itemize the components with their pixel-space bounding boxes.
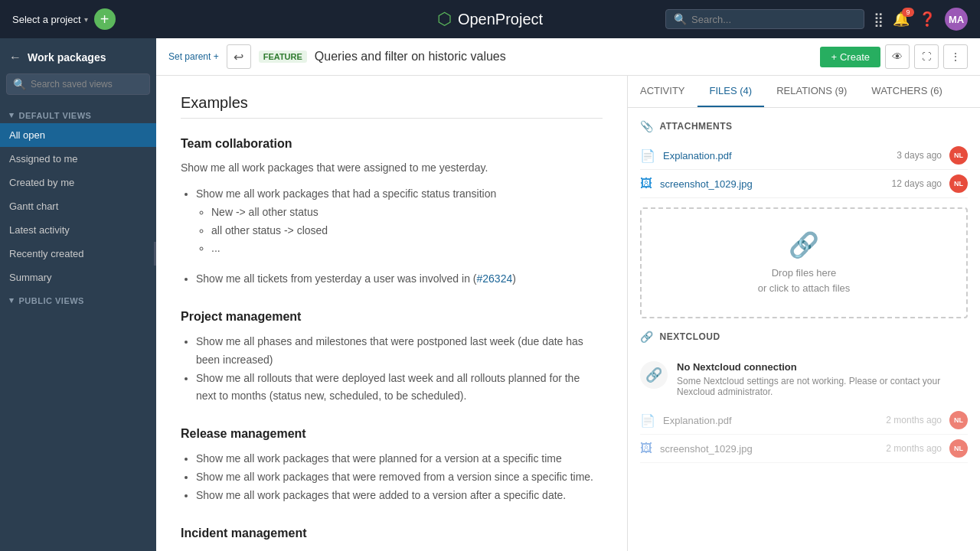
nc-attachment-name: screenshot_1029.jpg [660, 443, 878, 455]
back-button[interactable]: ↩ [227, 44, 251, 69]
team-collaboration-title: Team collaboration [181, 137, 603, 151]
nc-attachment-date: 2 months ago [886, 415, 942, 425]
attachment-date: 12 days ago [892, 178, 942, 189]
left-panel: Examples Team collaboration Show me all … [156, 76, 628, 551]
sidebar-item-label: Summary [9, 272, 52, 283]
sidebar-item-label: Assigned to me [9, 153, 78, 165]
list-item: all other status -> closed [211, 222, 603, 240]
project-selector-label: Select a project [12, 14, 81, 25]
sidebar-item-assigned-to-me[interactable]: Assigned to me [0, 147, 156, 171]
sidebar-item-summary[interactable]: Summary [0, 266, 156, 289]
nextcloud-error-desc: Some Nextcloud settings are not working.… [677, 376, 968, 397]
project-management-list: Show me all phases and milestones that w… [196, 333, 603, 406]
avatar: NL [949, 174, 968, 193]
nc-attachment-item: 🖼 screenshot_1029.jpg 2 months ago NL [640, 435, 968, 463]
sidebar-search-input[interactable] [31, 79, 143, 90]
watch-button[interactable]: 👁 [885, 44, 910, 69]
sidebar-header: ← Work packages [0, 38, 156, 73]
search-input[interactable] [691, 14, 856, 25]
more-options-button[interactable]: ⋮ [943, 44, 968, 69]
create-button[interactable]: + Create [820, 47, 880, 67]
header-actions: + Create 👁 ⛶ ⋮ [820, 44, 968, 69]
notification-badge: 9 [902, 8, 914, 17]
search-icon: 🔍 [674, 13, 687, 25]
examples-heading: Examples [181, 94, 603, 119]
sidebar-title: Work packages [28, 51, 106, 64]
sidebar-item-label: All open [9, 129, 45, 141]
main-body: ← Work packages 🔍 ▾ DEFAULT VIEWS All op… [0, 38, 980, 551]
attachment-item: 📄 Explanation.pdf 3 days ago NL [640, 142, 968, 170]
nextcloud-error-text: No Nextcloud connection Some Nextcloud s… [677, 361, 968, 397]
pdf-icon: 📄 [640, 413, 655, 428]
sidebar-item-created-by-me[interactable]: Created by me [0, 171, 156, 194]
sidebar-item-label: Latest activity [9, 224, 70, 236]
nextcloud-error-icon: 🔗 [640, 361, 668, 389]
sidebar-item-label: Gantt chart [9, 201, 58, 212]
pdf-icon: 📄 [640, 148, 655, 163]
nextcloud-icon: 🔗 [640, 331, 654, 343]
list-item: Show me all work packages that were remo… [196, 468, 603, 487]
nextcloud-error-title: No Nextcloud connection [677, 361, 968, 373]
incident-management-section: Incident management Number of incidents … [181, 527, 603, 551]
set-parent-link[interactable]: Set parent + [168, 51, 219, 62]
list-item: Show me all rollouts that were deployed … [196, 370, 603, 406]
ticket-link[interactable]: #26324 [476, 272, 512, 285]
attachment-name[interactable]: screenshot_1029.jpg [660, 178, 884, 190]
list-item: Show me all tickets from yesterday a use… [196, 270, 603, 289]
nextcloud-error: 🔗 No Nextcloud connection Some Nextcloud… [640, 352, 968, 406]
default-views-label: DEFAULT VIEWS [19, 111, 92, 120]
plus-icon: + [831, 51, 837, 63]
sidebar-item-latest-activity[interactable]: Latest activity [0, 218, 156, 242]
sidebar-back-button[interactable]: ← [9, 51, 21, 64]
paperclip-icon: 📎 [640, 120, 654, 132]
avatar[interactable]: MA [945, 8, 968, 31]
release-management-section: Release management Show me all work pack… [181, 427, 603, 504]
release-management-title: Release management [181, 427, 603, 441]
team-collaboration-list: Show me all work packages that had a spe… [196, 185, 603, 289]
sidebar-search-container[interactable]: 🔍 [6, 73, 150, 95]
sidebar-search-icon: 🔍 [13, 78, 26, 90]
project-management-title: Project management [181, 310, 603, 324]
global-search[interactable]: 🔍 [665, 9, 864, 29]
wp-title: Queries and filter on historic values [315, 50, 506, 64]
image-icon: 🖼 [640, 442, 652, 455]
right-panel-tabs: ACTIVITY FILES (4) RELATIONS (9) WATCHER… [628, 76, 980, 108]
tab-watchers[interactable]: WATCHERS (6) [859, 76, 954, 107]
list-item: Show me all phases and milestones that w… [196, 333, 603, 370]
drop-icon: 🔗 [657, 230, 951, 259]
drop-zone-secondary: or click to attach files [657, 281, 951, 296]
notification-button[interactable]: 🔔 9 [893, 11, 910, 28]
top-navigation: Select a project ▾ + ⬡ OpenProject 🔍 ⣿ 🔔… [0, 0, 980, 38]
sidebar-item-all-open[interactable]: All open [0, 123, 156, 147]
list-item: New -> all other status [211, 204, 603, 222]
help-button[interactable]: ❓ [919, 11, 936, 28]
sidebar-item-recently-created[interactable]: Recently created [0, 242, 156, 266]
add-project-button[interactable]: + [94, 8, 116, 30]
attachment-name[interactable]: Explanation.pdf [663, 150, 889, 161]
grid-icon-button[interactable]: ⣿ [874, 11, 884, 28]
nextcloud-section: 🔗 NEXTCLOUD 🔗 No Nextcloud connection So… [640, 331, 968, 463]
image-icon: 🖼 [640, 177, 652, 191]
right-panel: ACTIVITY FILES (4) RELATIONS (9) WATCHER… [628, 76, 980, 551]
fullscreen-button[interactable]: ⛶ [914, 44, 939, 69]
tab-files[interactable]: FILES (4) [697, 76, 765, 107]
drop-zone[interactable]: 🔗 Drop files here or click to attach fil… [640, 207, 968, 318]
right-panel-content: 📎 ATTACHMENTS 📄 Explanation.pdf 3 days a… [628, 108, 980, 551]
content-area: Set parent + ↩ FEATURE Queries and filte… [156, 38, 980, 551]
public-views-header[interactable]: ▾ PUBLIC VIEWS [0, 289, 156, 308]
nc-attachment-date: 2 months ago [886, 443, 942, 454]
sidebar-item-gantt-chart[interactable]: Gantt chart [0, 194, 156, 218]
list-item: Show me all work packages that were plan… [196, 450, 603, 468]
chevron-down-icon: ▾ [9, 110, 15, 120]
nc-attachment-item: 📄 Explanation.pdf 2 months ago NL [640, 406, 968, 435]
team-collaboration-section: Team collaboration Show me all work pack… [181, 137, 603, 289]
tab-relations[interactable]: RELATIONS (9) [764, 76, 859, 107]
logo-text: OpenProject [458, 11, 543, 28]
chevron-down-icon: ▾ [9, 295, 15, 305]
tab-activity[interactable]: ACTIVITY [628, 76, 697, 107]
split-panel: Examples Team collaboration Show me all … [156, 76, 980, 551]
default-views-header[interactable]: ▾ DEFAULT VIEWS [0, 104, 156, 123]
project-selector[interactable]: Select a project ▾ [12, 14, 88, 25]
drop-zone-primary: Drop files here [657, 266, 951, 281]
attachment-date: 3 days ago [897, 150, 942, 161]
